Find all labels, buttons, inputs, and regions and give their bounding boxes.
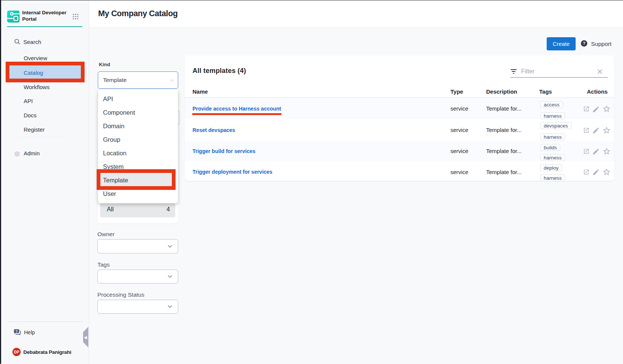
svg-text:?: ? bbox=[15, 329, 18, 333]
